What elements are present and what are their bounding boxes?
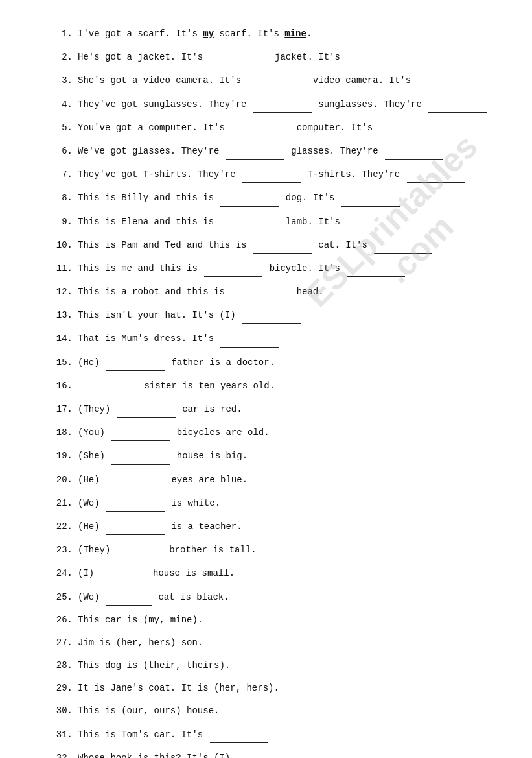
fill-blank[interactable] (242, 166, 301, 183)
item-text: This is Tom's car. It's (78, 726, 493, 743)
item-number: 26. (52, 613, 73, 627)
item-text: (He) eyes are blue. (78, 471, 493, 488)
fill-blank[interactable] (417, 72, 476, 89)
fill-blank[interactable] (101, 565, 146, 582)
list-item: 26.This car is (my, mine). (52, 612, 493, 628)
item-text: This is Billy and this is dog. It's (78, 189, 493, 206)
list-item: 19.(She) house is big. (52, 447, 493, 464)
fill-blank[interactable] (380, 119, 438, 136)
item-text: Jim is (her, hers) son. (78, 635, 493, 651)
item-number: 20. (52, 473, 73, 487)
item-number: 11. (52, 261, 73, 276)
fill-blank[interactable] (248, 72, 306, 89)
answer-word: my (203, 29, 214, 39)
fill-blank[interactable] (226, 143, 284, 160)
fill-blank[interactable] (341, 189, 400, 206)
item-number: 12. (52, 285, 73, 299)
fill-blank[interactable] (106, 471, 165, 488)
item-text: This isn't your hat. It's (I) (78, 307, 493, 324)
item-text: (They) brother is tall. (78, 541, 493, 558)
fill-blank[interactable] (428, 96, 487, 113)
fill-blank[interactable] (204, 260, 262, 277)
item-number: 10. (52, 238, 73, 252)
list-item: 17.(They) car is red. (52, 401, 493, 418)
list-item: 7.They've got T-shirts. They're T-shirts… (52, 166, 493, 183)
fill-blank[interactable] (253, 237, 312, 254)
list-item: 24.(I) house is small. (52, 565, 493, 582)
item-text: We've got glasses. They're glasses. They… (78, 143, 493, 160)
item-text: (She) house is big. (78, 447, 493, 464)
fill-blank[interactable] (231, 119, 290, 136)
list-item: 9.This is Elena and this is lamb. It's (52, 213, 493, 230)
fill-blank[interactable] (117, 541, 163, 558)
fill-blank[interactable] (79, 377, 137, 394)
item-number: 16. (52, 379, 73, 393)
item-text: They've got sunglasses. They're sunglass… (78, 96, 493, 113)
fill-blank[interactable] (111, 424, 170, 441)
item-text: This dog is (their, theirs). (78, 657, 493, 674)
item-text: (You) bicycles are old. (78, 424, 493, 441)
fill-blank[interactable] (253, 96, 312, 113)
list-item: 28.This dog is (their, theirs). (52, 657, 493, 674)
fill-blank[interactable] (385, 143, 443, 160)
list-item: 8.This is Billy and this is dog. It's (52, 189, 493, 206)
fill-blank[interactable] (220, 330, 279, 347)
item-text: This is Pam and Ted and this is cat. It'… (78, 237, 493, 254)
fill-blank[interactable] (106, 495, 165, 512)
item-number: 23. (52, 543, 73, 557)
item-text: This is me and this is bicycle. It's (78, 260, 493, 277)
fill-blank[interactable] (347, 49, 405, 65)
item-number: 21. (52, 496, 73, 510)
fill-blank[interactable] (106, 354, 165, 371)
item-number: 29. (52, 681, 73, 695)
item-number: 8. (52, 191, 73, 205)
item-text: They've got T-shirts. They're T-shirts. … (78, 166, 493, 183)
fill-blank[interactable] (347, 260, 405, 277)
fill-blank[interactable] (220, 213, 279, 230)
item-number: 15. (52, 355, 73, 370)
fill-blank[interactable] (106, 518, 165, 535)
answer-word: mine (284, 29, 306, 39)
fill-blank[interactable] (210, 726, 268, 743)
item-text: (I) house is small. (78, 565, 493, 582)
item-number: 19. (52, 449, 73, 463)
fill-blank[interactable] (210, 49, 268, 65)
list-item: 13.This isn't your hat. It's (I) (52, 307, 493, 324)
fill-blank[interactable] (111, 447, 170, 464)
list-item: 30.This is (our, ours) house. (52, 703, 493, 719)
item-number: 27. (52, 635, 73, 650)
item-number: 17. (52, 402, 73, 416)
item-number: 30. (52, 704, 73, 718)
fill-blank[interactable] (374, 237, 432, 254)
list-item: 22. (He) is a teacher. (52, 518, 493, 535)
item-number: 31. (52, 728, 73, 742)
list-item: 12.This is a robot and this is head. (52, 283, 493, 300)
item-text: This is Elena and this is lamb. It's (78, 213, 493, 230)
item-number: 3. (52, 73, 73, 88)
fill-blank[interactable] (407, 166, 465, 183)
fill-blank[interactable] (242, 307, 301, 324)
item-text: She's got a video camera. It's video cam… (78, 72, 493, 89)
fill-blank[interactable] (231, 283, 290, 300)
list-item: 4.They've got sunglasses. They're sungla… (52, 96, 493, 113)
item-number: 4. (52, 97, 73, 112)
fill-blank[interactable] (237, 750, 295, 758)
fill-blank[interactable] (106, 589, 152, 606)
item-number: 18. (52, 425, 73, 440)
list-item: 10.This is Pam and Ted and this is cat. … (52, 237, 493, 254)
list-item: 27.Jim is (her, hers) son. (52, 635, 493, 651)
list-item: 20.(He) eyes are blue. (52, 471, 493, 488)
list-item: 31.This is Tom's car. It's (52, 726, 493, 743)
item-text: You've got a computer. It's computer. It… (78, 119, 493, 136)
list-item: 1.I've got a scarf. It's my scarf. It's … (52, 26, 493, 42)
item-text: That is Mum's dress. It's (78, 330, 493, 347)
fill-blank[interactable] (347, 213, 405, 230)
item-text: He's got a jacket. It's jacket. It's (78, 49, 493, 65)
fill-blank[interactable] (117, 401, 176, 418)
list-item: 32.Whose book is this? It's (I) (52, 750, 493, 758)
list-item: 3.She's got a video camera. It's video c… (52, 72, 493, 89)
fill-blank[interactable] (220, 189, 279, 206)
item-text: This car is (my, mine). (78, 612, 493, 628)
list-item: 16. sister is ten years old. (52, 377, 493, 394)
item-number: 5. (52, 121, 73, 135)
